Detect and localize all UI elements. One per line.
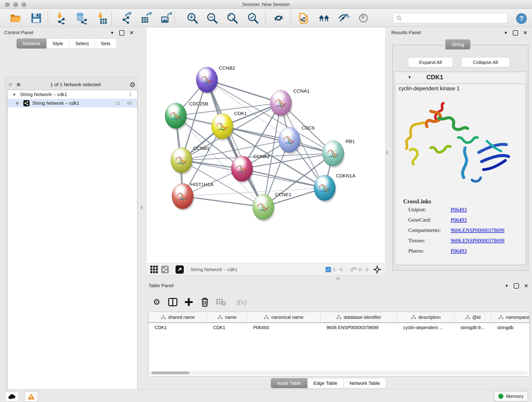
expand-all-icon[interactable] — [16, 82, 22, 87]
birdseye-icon[interactable] — [150, 266, 158, 273]
first-neighbors-icon[interactable] — [272, 12, 285, 25]
panel-float-icon[interactable] — [513, 30, 518, 36]
save-session-icon[interactable] — [30, 12, 43, 25]
cloud-button[interactable] — [5, 391, 19, 402]
table-settings-gear-icon[interactable]: ⚙ — [151, 296, 163, 308]
open-in-window-icon[interactable] — [176, 265, 184, 274]
delete-table-icon[interactable] — [215, 296, 227, 308]
zoom-selected-icon[interactable] — [247, 12, 259, 25]
network-edge[interactable] — [183, 196, 263, 207]
network-edge[interactable] — [207, 80, 263, 207]
panel-collapse-icon[interactable]: ▼ — [110, 31, 114, 35]
tab-edge-table[interactable]: Edge Table — [307, 378, 344, 388]
cell[interactable]: cyclin-dependent ... — [397, 323, 455, 332]
table-row[interactable]: CDK1CDK1P064939606.ENSP00000378699cyclin… — [149, 323, 530, 332]
column-header-description[interactable]: description — [397, 312, 455, 322]
warning-button[interactable] — [24, 391, 38, 402]
zoom-fit-icon[interactable] — [226, 12, 239, 25]
gear-icon[interactable]: ⚙ — [129, 81, 136, 89]
crosslink-link[interactable]: 9606.ENSP00000378699 — [451, 238, 505, 244]
column-header-database-identifier[interactable]: database identifier — [321, 312, 397, 322]
network-node-ccna2[interactable]: CCNA2 — [231, 154, 270, 183]
show-columns-icon[interactable] — [167, 296, 179, 308]
column-header--id[interactable]: @id — [455, 312, 491, 322]
vertical-splitter-handle[interactable] — [140, 206, 143, 210]
import-network-file-icon[interactable] — [55, 12, 68, 25]
network-collection-row[interactable]: ▼ String Network – cdk1 1 — [7, 90, 137, 99]
status-separator — [187, 265, 187, 274]
zoom-in-icon[interactable] — [186, 12, 199, 25]
network-node-cdc25b[interactable]: CDC25B — [165, 101, 208, 130]
cell[interactable]: P06493 — [247, 323, 321, 332]
tab-network[interactable]: Network — [17, 38, 46, 49]
export-image-icon[interactable] — [159, 12, 172, 25]
crosslink-link[interactable]: P06493 — [451, 217, 467, 223]
hide-selected-icon[interactable] — [337, 12, 350, 25]
fit-content-icon[interactable] — [373, 265, 382, 274]
import-network-database-icon[interactable] — [75, 12, 88, 25]
crosslink-link[interactable]: P06493 — [451, 207, 467, 213]
show-all-icon[interactable] — [357, 12, 370, 25]
collapse-all-button[interactable]: Collapse All — [461, 57, 510, 67]
tab-network-table[interactable]: Network Table — [344, 378, 386, 388]
network-row[interactable]: String Network – cdk1 11 48 — [7, 99, 137, 108]
horizontal-splitter-handle[interactable] — [336, 277, 340, 280]
clone-network-icon[interactable] — [297, 12, 310, 25]
network-node-ccne1[interactable]: CCNE1 — [253, 192, 291, 222]
delete-column-icon[interactable] — [199, 296, 211, 308]
network-node-ccnb1[interactable]: CCNB1 — [171, 146, 209, 175]
vertical-splitter-handle[interactable] — [386, 151, 388, 154]
network-node-hist1h1a[interactable]: HIST1H1A — [172, 182, 213, 211]
network-node-rb1[interactable]: RB1 — [322, 139, 355, 168]
tab-style[interactable]: Style — [46, 38, 70, 49]
panel-close-icon[interactable]: ✕ — [524, 283, 528, 288]
open-file-icon[interactable] — [9, 12, 22, 25]
function-builder-icon[interactable]: f(x) — [231, 296, 252, 308]
zoom-out-icon[interactable] — [206, 12, 219, 25]
cell[interactable]: stringdb:9... — [455, 323, 491, 332]
create-column-icon[interactable] — [183, 296, 195, 308]
crosslink-link[interactable]: P06493 — [451, 248, 467, 254]
panel-collapse-icon[interactable]: ▼ — [504, 31, 508, 35]
tree-expander-icon[interactable]: ▼ — [13, 93, 16, 96]
column-header-canonical-name[interactable]: canonical name — [247, 312, 321, 322]
network-canvas[interactable]: CCNB2CCNA1CDC25BCDK1CDC6RB1CCNB1CCNA2CDK… — [147, 28, 385, 263]
column-header-namespace[interactable]: namespace — [491, 312, 530, 322]
panel-float-icon[interactable] — [514, 283, 519, 288]
search-input[interactable] — [404, 15, 507, 21]
tab-string[interactable]: String — [445, 39, 470, 50]
scrollbar-thumb[interactable] — [152, 371, 189, 374]
memory-button[interactable]: Memory — [494, 391, 528, 401]
cell[interactable]: stringdb — [491, 323, 530, 332]
cell[interactable]: CDK1 — [207, 323, 247, 332]
network-node-cdkn1a[interactable]: CDKN1A — [314, 173, 355, 203]
gene-header[interactable]: ▼ CDK1 — [394, 72, 526, 84]
panel-collapse-icon[interactable]: ▼ — [505, 284, 509, 288]
horizontal-scrollbar[interactable] — [150, 371, 528, 375]
help-icon[interactable]: ? — [515, 12, 528, 25]
export-network-icon[interactable] — [120, 12, 133, 25]
panel-close-icon[interactable]: ✕ — [523, 30, 527, 36]
string-network-icon[interactable] — [161, 266, 169, 274]
tab-node-table[interactable]: Node Table — [271, 378, 307, 388]
network-node-ccna1[interactable]: CCNA1 — [270, 88, 310, 118]
import-table-icon[interactable] — [96, 12, 109, 25]
cell[interactable]: CDK1 — [149, 323, 207, 332]
panel-float-icon[interactable] — [119, 30, 124, 36]
network-node-ccnb2[interactable]: CCNB2 — [196, 65, 235, 95]
column-header-shared-name[interactable]: shared name — [149, 312, 207, 322]
network-node-cdc6[interactable]: CDC6 — [279, 125, 315, 154]
collapse-all-icon[interactable] — [7, 82, 13, 87]
crosslink-link[interactable]: 9606.ENSP00000378699 — [451, 227, 505, 233]
neighborhood-icon[interactable] — [317, 12, 330, 25]
search-field[interactable] — [393, 13, 508, 23]
tab-select[interactable]: Select — [70, 38, 95, 49]
export-table-icon[interactable] — [140, 12, 152, 25]
column-header-name[interactable]: name — [207, 312, 247, 322]
expand-all-button[interactable]: Expand All — [408, 57, 453, 67]
cell[interactable]: 9606.ENSP00000378699 — [321, 323, 397, 332]
selected-checkbox-icon[interactable]: ✓ — [326, 267, 331, 272]
gene-expander-icon[interactable]: ▼ — [408, 75, 412, 80]
tab-sets[interactable]: Sets — [95, 38, 117, 49]
panel-close-icon[interactable]: ✕ — [129, 30, 134, 36]
